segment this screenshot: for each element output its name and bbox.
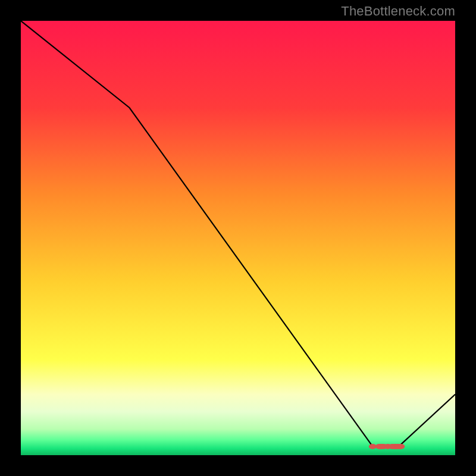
plot-area xyxy=(21,21,455,455)
gradient-background xyxy=(21,21,455,455)
chart-frame: TheBottleneck.com xyxy=(0,0,476,476)
attribution-text: TheBottleneck.com xyxy=(341,4,455,19)
bottleneck-chart xyxy=(21,21,455,455)
marker-dot xyxy=(397,444,405,449)
optimal-range-markers xyxy=(369,444,405,449)
